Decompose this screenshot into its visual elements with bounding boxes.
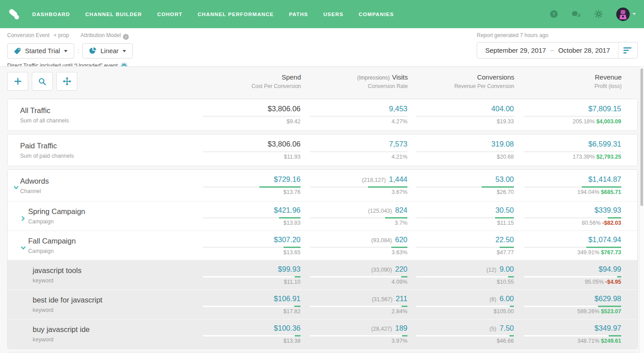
profit-value: $523.07 (601, 308, 621, 315)
spend-bar-track (203, 247, 301, 248)
table-row[interactable]: All Traffic Sum of all channels $3,806.0… (8, 99, 637, 130)
revenue-value[interactable]: $6,599.31 (589, 140, 621, 148)
conversions-bar-fill (510, 306, 514, 307)
profit-value: $767.73 (601, 249, 621, 256)
nav-item-channel-builder[interactable]: CHANNEL BUILDER (85, 12, 142, 17)
spend-cell: $3,806.06 $9.42 (201, 99, 301, 130)
revenue-cell: $6,599.31 173.39% $2,793.25 (514, 134, 621, 166)
spend-value[interactable]: $99.93 (278, 265, 301, 273)
table-row[interactable]: Paid Traffic Sum of paid channels $3,806… (8, 134, 637, 166)
revenue-value[interactable]: $349.97 (594, 324, 621, 332)
revenue-value[interactable]: $339.93 (594, 206, 621, 214)
conversions-value[interactable]: 7.50 (500, 324, 514, 332)
visits-value[interactable]: 1,444 (389, 175, 407, 184)
date-filter-button[interactable] (619, 47, 637, 54)
expander-icon[interactable] (21, 216, 26, 221)
spend-value[interactable]: $421.96 (274, 206, 301, 214)
revenue-bar-fill (617, 276, 621, 277)
conversions-value[interactable]: 9.00 (500, 265, 514, 273)
settings-gear-icon[interactable] (594, 10, 603, 19)
spend-value[interactable]: $3,806.06 (268, 140, 301, 148)
revenue-bar-fill (586, 247, 621, 248)
column-header-visits[interactable]: (Impressions)Visits Conversion Rate (301, 72, 408, 89)
revenue-value[interactable]: $7,809.15 (589, 105, 621, 113)
revenue-value[interactable]: $1,074.94 (589, 235, 621, 244)
revenue-cell: $629.98 589.26% $523.07 (514, 290, 621, 319)
conversion-event-dropdown[interactable]: Started Trial (7, 43, 74, 59)
row-title: All Traffic (20, 106, 69, 115)
row-subtitle: Campaign (28, 219, 85, 225)
table-row[interactable]: javascript tools keyword $99.93 $11.10 (… (8, 260, 637, 290)
visits-value[interactable]: 824 (395, 206, 407, 214)
nav-item-users[interactable]: USERS (323, 12, 343, 17)
table-row[interactable]: Adwords Channel $729.16 $13.76 (218,127)… (8, 170, 637, 201)
column-header-spend[interactable]: Spend Cost Per Conversion (202, 72, 301, 89)
row-title: javascript tools (33, 266, 81, 275)
user-menu[interactable] (616, 8, 636, 21)
add-channel-button[interactable] (7, 72, 28, 91)
visits-value[interactable]: 620 (395, 235, 407, 244)
scrollbar[interactable] (639, 67, 644, 353)
visits-bar-fill (368, 186, 407, 188)
revenue-bar-track (524, 116, 621, 117)
search-button[interactable] (32, 72, 53, 91)
avatar[interactable] (616, 8, 630, 21)
table-header: Spend Cost Per Conversion (Impressions)V… (7, 72, 638, 99)
visits-value[interactable]: 189 (395, 324, 407, 332)
profit-value: $249.61 (601, 338, 621, 344)
conversion-rate: 3.63% (392, 249, 407, 256)
add-prop-link[interactable]: + prop (54, 32, 69, 40)
filter-separator: : (77, 47, 79, 54)
spend-bar-fill (279, 217, 301, 219)
visits-value[interactable]: 211 (396, 294, 407, 303)
visits-value[interactable]: 7,573 (389, 140, 407, 148)
row-title: best ide for javascript (33, 296, 102, 304)
chat-icon[interactable] (572, 10, 580, 19)
visits-value[interactable]: 9,453 (389, 105, 407, 113)
table-row[interactable]: Spring Campaign Campaign $421.96 $13.83 … (8, 201, 637, 231)
column-header-conversions[interactable]: Conversions Revenue Per Conversion (408, 72, 514, 89)
date-end: October 28, 2017 (558, 46, 610, 54)
info-icon[interactable]: i (123, 34, 129, 40)
conversions-value[interactable]: 30.50 (496, 206, 514, 214)
revenue-value[interactable]: $1,414.87 (589, 175, 621, 184)
spend-value[interactable]: $307.20 (274, 235, 301, 244)
nav-item-paths[interactable]: PATHS (289, 12, 308, 17)
chevron-down-icon (632, 13, 636, 15)
attribution-model-dropdown[interactable]: Linear (82, 43, 133, 59)
spend-value[interactable]: $100.36 (274, 324, 301, 332)
profit-percent: 80.56% (582, 220, 601, 226)
expander-icon[interactable] (21, 245, 26, 251)
expander-icon[interactable] (13, 185, 19, 190)
column-header-revenue[interactable]: Revenue Profit (loss) (514, 72, 622, 89)
conversions-value[interactable]: 319.08 (491, 140, 514, 148)
conversions-value[interactable]: 22.50 (496, 235, 514, 244)
nav-item-dashboard[interactable]: DASHBOARD (32, 12, 70, 17)
nav-item-channel-performance[interactable]: CHANNEL PERFORMANCE (198, 12, 274, 17)
app-logo-icon[interactable] (6, 7, 21, 22)
revenue-cell: $7,809.15 205.18% $4,003.09 (514, 99, 621, 130)
conversions-value[interactable]: 53.00 (496, 175, 514, 184)
nav-item-companies[interactable]: COMPANIES (359, 12, 394, 17)
date-range-picker[interactable]: September 29, 2017 – October 28, 2017 (477, 42, 638, 59)
visits-value[interactable]: 220 (395, 265, 407, 273)
table-row[interactable]: best ide for javascript keyword $106.91 … (8, 290, 637, 319)
visits-bar-fill (391, 247, 407, 248)
nav-item-cohort[interactable]: COHORT (157, 12, 182, 17)
revenue-cell: $94.99 95.05% -$4.95 (514, 261, 621, 290)
conversions-value[interactable]: 6.00 (500, 294, 514, 303)
assists-value: (5) (490, 326, 496, 332)
spend-value[interactable]: $3,806.06 (268, 105, 301, 113)
conversions-bar-track (416, 151, 514, 152)
table-row[interactable]: Fall Campaign Campaign $307.20 $13.65 (9… (8, 231, 637, 260)
revenue-value[interactable]: $629.98 (594, 294, 621, 303)
spend-value[interactable]: $106.91 (274, 294, 301, 303)
reorder-button[interactable] (56, 72, 77, 91)
help-icon[interactable]: ? (549, 10, 558, 19)
spend-value[interactable]: $729.16 (274, 175, 301, 184)
table-row[interactable]: buy javascript ide keyword $100.36 $13.3… (8, 319, 637, 349)
conversions-value[interactable]: 404.00 (491, 105, 514, 113)
revenue-value[interactable]: $94.99 (599, 265, 621, 273)
row-subtitle: keyword (33, 277, 81, 284)
scrollbar-thumb[interactable] (640, 68, 643, 206)
